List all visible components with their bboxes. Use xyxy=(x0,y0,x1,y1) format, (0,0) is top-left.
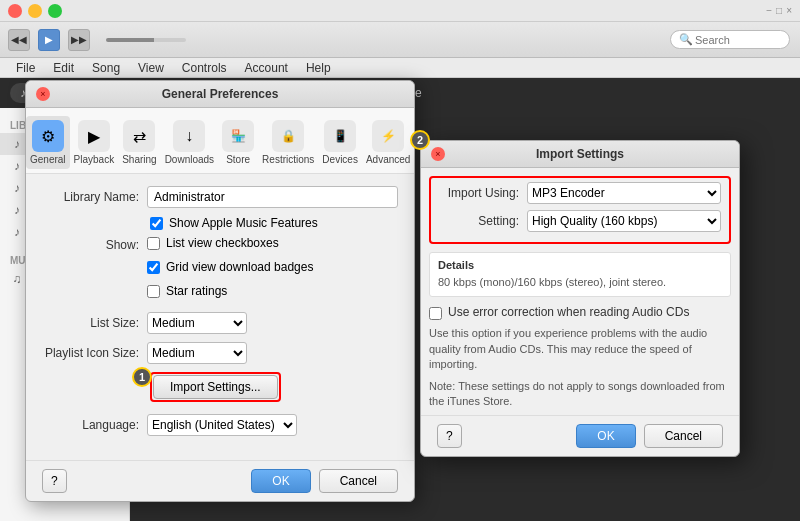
all-icon: ♪ xyxy=(10,181,24,195)
fast-forward-button[interactable]: ▶▶ xyxy=(68,29,90,51)
pref-tab-general[interactable]: ⚙ General xyxy=(26,116,70,169)
ok-button-general[interactable]: OK xyxy=(251,469,310,493)
details-text: 80 kbps (mono)/160 kbps (stereo), joint … xyxy=(438,275,722,290)
title-bar-right: − □ × xyxy=(766,5,792,16)
dialog-close-button[interactable]: × xyxy=(36,87,50,101)
minimize-button[interactable] xyxy=(28,4,42,18)
error-correction-label: Use error correction when reading Audio … xyxy=(448,305,689,319)
show-section: Show: List view checkboxes Grid view dow… xyxy=(42,236,398,304)
error-note: Use this option if you experience proble… xyxy=(429,326,731,372)
sharing-tab-label: Sharing xyxy=(122,154,156,165)
dialog-titlebar: × General Preferences xyxy=(26,81,414,108)
search-icon: 🔍 xyxy=(679,33,693,46)
grid-view-checkbox[interactable] xyxy=(147,261,160,274)
songs-icon: ♪ xyxy=(10,203,24,217)
pref-tab-playback[interactable]: ▶ Playback xyxy=(70,116,119,169)
pref-tab-restrictions[interactable]: 🔒 Restrictions xyxy=(258,116,318,169)
devices-tab-label: Devices xyxy=(322,154,358,165)
play-button[interactable]: ▶ xyxy=(38,29,60,51)
import-using-label: Import Using: xyxy=(439,186,519,200)
store-tab-label: Store xyxy=(226,154,250,165)
help-button-import[interactable]: ? xyxy=(437,424,462,448)
downloads-tab-icon: ↓ xyxy=(173,120,205,152)
list-view-label: List view checkboxes xyxy=(166,236,279,250)
general-tab-label: General xyxy=(30,154,66,165)
playback-tab-icon: ▶ xyxy=(78,120,110,152)
advanced-tab-label: Advanced xyxy=(366,154,410,165)
advanced-tab-icon: ⚡ xyxy=(372,120,404,152)
setting-label: Setting: xyxy=(439,214,519,228)
grid-view-label: Grid view download badges xyxy=(166,260,313,274)
import-note: Note: These settings do not apply to son… xyxy=(429,379,731,410)
cancel-button-general[interactable]: Cancel xyxy=(319,469,398,493)
details-box: Details 80 kbps (mono)/160 kbps (stereo)… xyxy=(429,252,731,297)
library-name-input[interactable] xyxy=(147,186,398,208)
pref-tab-advanced[interactable]: ⚡ Advanced xyxy=(362,116,414,169)
dialog-body: Library Name: Show Apple Music Features … xyxy=(26,174,414,460)
help-button-general[interactable]: ? xyxy=(42,469,67,493)
title-bar: − □ × xyxy=(0,0,800,22)
star-ratings-row: Star ratings xyxy=(147,284,313,298)
star-ratings-checkbox[interactable] xyxy=(147,285,160,298)
menu-controls[interactable]: Controls xyxy=(174,59,235,77)
show-options-group: List view checkboxes Grid view download … xyxy=(147,236,313,304)
general-tab-icon: ⚙ xyxy=(32,120,64,152)
details-title: Details xyxy=(438,259,722,271)
playlist-icon-row: Playlist Icon Size: Medium xyxy=(42,342,398,364)
error-correction-checkbox[interactable] xyxy=(429,307,442,320)
setting-row: Setting: High Quality (160 kbps) xyxy=(439,210,721,232)
badge-1: 1 xyxy=(132,367,152,387)
ok-button-import[interactable]: OK xyxy=(576,424,635,448)
genius-icon: ♫ xyxy=(10,272,24,286)
window-close-icon: × xyxy=(786,5,792,16)
window-controls[interactable] xyxy=(8,4,62,18)
show-apple-music-row: Show Apple Music Features xyxy=(42,216,398,230)
downloads-tab-label: Downloads xyxy=(165,154,214,165)
close-button[interactable] xyxy=(8,4,22,18)
dialog-footer: ? OK Cancel xyxy=(26,460,414,501)
list-size-row: List Size: Medium xyxy=(42,312,398,334)
pref-tab-sharing[interactable]: ⇄ Sharing xyxy=(118,116,160,169)
import-using-row: Import Using: MP3 Encoder xyxy=(439,182,721,204)
rewind-button[interactable]: ◀◀ xyxy=(8,29,30,51)
badge-2: 2 xyxy=(410,130,430,150)
menu-account[interactable]: Account xyxy=(237,59,296,77)
pref-tab-downloads[interactable]: ↓ Downloads xyxy=(161,116,218,169)
search-box[interactable]: 🔍 xyxy=(670,30,790,49)
list-size-select[interactable]: Medium xyxy=(147,312,247,334)
menu-song[interactable]: Song xyxy=(84,59,128,77)
import-settings-button[interactable]: Import Settings... xyxy=(153,375,278,399)
pref-tab-devices[interactable]: 📱 Devices xyxy=(318,116,362,169)
menu-edit[interactable]: Edit xyxy=(45,59,82,77)
menu-help[interactable]: Help xyxy=(298,59,339,77)
import-settings-dialog-wrapper: 2 × Import Settings Import Using: MP3 En… xyxy=(420,140,740,457)
playback-tab-label: Playback xyxy=(74,154,115,165)
list-size-label: List Size: xyxy=(42,316,147,330)
show-label: Show: xyxy=(42,236,147,304)
import-using-select[interactable]: MP3 Encoder xyxy=(527,182,721,204)
close-x-icon-2: × xyxy=(435,149,440,159)
list-view-row: List view checkboxes xyxy=(147,236,313,250)
pref-tab-store[interactable]: 🏪 Store xyxy=(218,116,258,169)
list-view-checkbox[interactable] xyxy=(147,237,160,250)
window-minimize-icon: − xyxy=(766,5,772,16)
genres-icon: ♪ xyxy=(10,225,24,239)
setting-select[interactable]: High Quality (160 kbps) xyxy=(527,210,721,232)
show-apple-music-checkbox[interactable] xyxy=(150,217,163,230)
volume-slider[interactable] xyxy=(106,38,186,42)
search-input[interactable] xyxy=(695,34,785,46)
import-btn-wrapper: 1 Import Settings... xyxy=(42,372,398,402)
import-btn-highlight: Import Settings... xyxy=(150,372,281,402)
menu-file[interactable]: File xyxy=(8,59,43,77)
library-name-label: Library Name: xyxy=(42,190,147,204)
error-correction-row: Use error correction when reading Audio … xyxy=(429,305,731,320)
window-resize-icon: □ xyxy=(776,5,782,16)
playlist-icon-select[interactable]: Medium xyxy=(147,342,247,364)
import-dialog-footer: ? OK Cancel xyxy=(421,415,739,456)
import-dialog-close-button[interactable]: × xyxy=(431,147,445,161)
cancel-button-import[interactable]: Cancel xyxy=(644,424,723,448)
menu-view[interactable]: View xyxy=(130,59,172,77)
maximize-button[interactable] xyxy=(48,4,62,18)
dialog-title: General Preferences xyxy=(162,87,279,101)
language-select[interactable]: English (United States) xyxy=(147,414,297,436)
